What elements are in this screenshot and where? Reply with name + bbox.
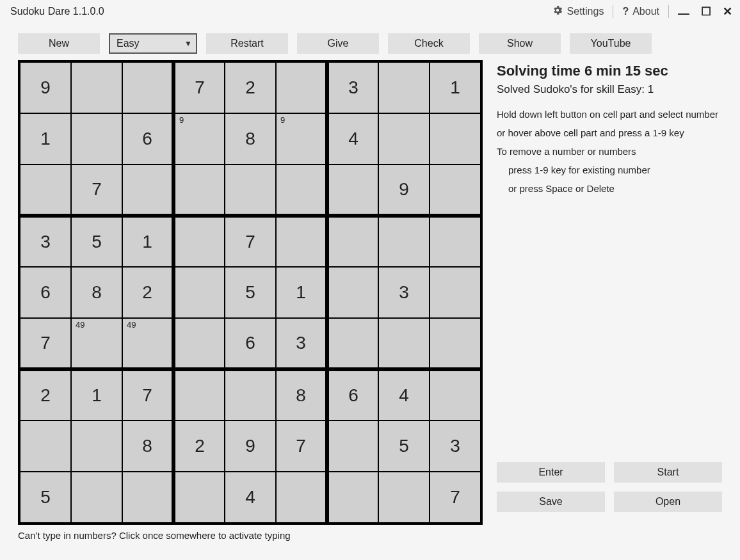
- sudoku-cell[interactable]: [327, 420, 378, 472]
- sudoku-cell[interactable]: 6: [20, 267, 71, 318]
- new-button[interactable]: New: [18, 33, 100, 54]
- sudoku-cell[interactable]: [20, 420, 71, 472]
- sudoku-cell[interactable]: 4: [327, 113, 378, 164]
- maximize-icon[interactable]: ☐: [701, 4, 711, 19]
- sudoku-cell[interactable]: 8: [71, 267, 122, 318]
- sudoku-cell[interactable]: 49: [71, 318, 122, 369]
- sudoku-cell[interactable]: 7: [71, 164, 122, 216]
- sudoku-cell[interactable]: 49: [122, 318, 173, 369]
- sudoku-cell[interactable]: 6: [122, 113, 173, 164]
- sudoku-cell[interactable]: 3: [327, 62, 378, 113]
- sudoku-cell[interactable]: [173, 164, 225, 216]
- sudoku-cell[interactable]: 3: [378, 267, 430, 318]
- sudoku-cell[interactable]: 6: [327, 369, 378, 420]
- sudoku-cell[interactable]: 7: [276, 420, 327, 472]
- sudoku-cell[interactable]: 9: [378, 164, 430, 216]
- sudoku-cell[interactable]: [430, 113, 481, 164]
- sudoku-cell[interactable]: [173, 318, 225, 369]
- difficulty-combo[interactable]: Easy ▼: [109, 33, 197, 54]
- sudoku-cell[interactable]: 3: [20, 216, 71, 267]
- sudoku-cell[interactable]: 7: [430, 472, 481, 523]
- sudoku-cell[interactable]: [276, 62, 327, 113]
- sudoku-cell[interactable]: [327, 267, 378, 318]
- sudoku-cell[interactable]: 1: [20, 113, 71, 164]
- sudoku-cell[interactable]: [430, 318, 481, 369]
- sudoku-cell[interactable]: 5: [225, 267, 276, 318]
- minimize-icon[interactable]: —: [678, 7, 689, 21]
- side-panel: Solving time 6 min 15 sec Solved Sudoko'…: [497, 60, 722, 525]
- about-button[interactable]: ? About: [617, 3, 664, 20]
- sudoku-cell[interactable]: 1: [71, 369, 122, 420]
- sudoku-cell[interactable]: 3: [430, 420, 481, 472]
- sudoku-cell[interactable]: 8: [276, 369, 327, 420]
- sudoku-cell[interactable]: 9: [276, 113, 327, 164]
- sudoku-cell[interactable]: [225, 369, 276, 420]
- sudoku-cell[interactable]: 1: [276, 267, 327, 318]
- sudoku-cell[interactable]: [71, 420, 122, 472]
- sudoku-cell[interactable]: 7: [225, 216, 276, 267]
- sudoku-cell[interactable]: [173, 267, 225, 318]
- sudoku-cell[interactable]: [378, 318, 430, 369]
- sudoku-cell[interactable]: [71, 62, 122, 113]
- sudoku-cell[interactable]: 2: [225, 62, 276, 113]
- sudoku-cell[interactable]: 4: [225, 472, 276, 523]
- save-button[interactable]: Save: [497, 492, 605, 512]
- sudoku-cell[interactable]: [327, 318, 378, 369]
- sudoku-cell[interactable]: [173, 216, 225, 267]
- sudoku-cell[interactable]: [276, 472, 327, 523]
- sudoku-cell[interactable]: [378, 113, 430, 164]
- sudoku-cell[interactable]: 9: [225, 420, 276, 472]
- sudoku-cell[interactable]: 1: [122, 216, 173, 267]
- sudoku-cell[interactable]: [430, 164, 481, 216]
- sudoku-cell[interactable]: [122, 164, 173, 216]
- sudoku-cell[interactable]: 8: [225, 113, 276, 164]
- give-button[interactable]: Give: [297, 33, 379, 54]
- sudoku-cell[interactable]: [20, 164, 71, 216]
- sudoku-cell[interactable]: 9: [20, 62, 71, 113]
- restart-button[interactable]: Restart: [206, 33, 288, 54]
- sudoku-cell[interactable]: [122, 62, 173, 113]
- sudoku-cell[interactable]: 7: [20, 318, 71, 369]
- sudoku-cell[interactable]: 1: [430, 62, 481, 113]
- sudoku-cell[interactable]: [173, 369, 225, 420]
- help-text: To remove a number or numbers: [497, 145, 722, 158]
- open-button[interactable]: Open: [614, 492, 722, 512]
- sudoku-cell[interactable]: 6: [225, 318, 276, 369]
- sudoku-cell[interactable]: [430, 267, 481, 318]
- sudoku-cell[interactable]: 4: [378, 369, 430, 420]
- check-button[interactable]: Check: [388, 33, 470, 54]
- sudoku-cell[interactable]: 5: [378, 420, 430, 472]
- sudoku-cell[interactable]: [327, 472, 378, 523]
- sudoku-cell[interactable]: [378, 216, 430, 267]
- sudoku-cell[interactable]: 3: [276, 318, 327, 369]
- sudoku-cell[interactable]: [430, 216, 481, 267]
- youtube-button[interactable]: YouTube: [570, 33, 652, 54]
- sudoku-cell[interactable]: 2: [173, 420, 225, 472]
- sudoku-cell[interactable]: [122, 472, 173, 523]
- sudoku-cell[interactable]: [225, 164, 276, 216]
- sudoku-cell[interactable]: [276, 216, 327, 267]
- show-button[interactable]: Show: [479, 33, 561, 54]
- close-icon[interactable]: ✕: [723, 4, 732, 19]
- sudoku-cell[interactable]: [71, 472, 122, 523]
- enter-button[interactable]: Enter: [497, 462, 605, 483]
- sudoku-cell[interactable]: [378, 472, 430, 523]
- sudoku-cell[interactable]: [71, 113, 122, 164]
- sudoku-cell[interactable]: 8: [122, 420, 173, 472]
- sudoku-cell[interactable]: 2: [20, 369, 71, 420]
- sudoku-cell[interactable]: [327, 164, 378, 216]
- sudoku-cell[interactable]: 9: [173, 113, 225, 164]
- sudoku-cell[interactable]: 5: [20, 472, 71, 523]
- sudoku-cell[interactable]: [430, 369, 481, 420]
- sudoku-cell[interactable]: 5: [71, 216, 122, 267]
- help-text: press 1-9 key for existing number: [497, 163, 722, 177]
- sudoku-cell[interactable]: 7: [122, 369, 173, 420]
- sudoku-cell[interactable]: 7: [173, 62, 225, 113]
- sudoku-cell[interactable]: [378, 62, 430, 113]
- sudoku-cell[interactable]: 2: [122, 267, 173, 318]
- sudoku-cell[interactable]: [173, 472, 225, 523]
- settings-button[interactable]: Settings: [547, 2, 609, 21]
- sudoku-cell[interactable]: [276, 164, 327, 216]
- sudoku-cell[interactable]: [327, 216, 378, 267]
- start-button[interactable]: Start: [614, 462, 722, 483]
